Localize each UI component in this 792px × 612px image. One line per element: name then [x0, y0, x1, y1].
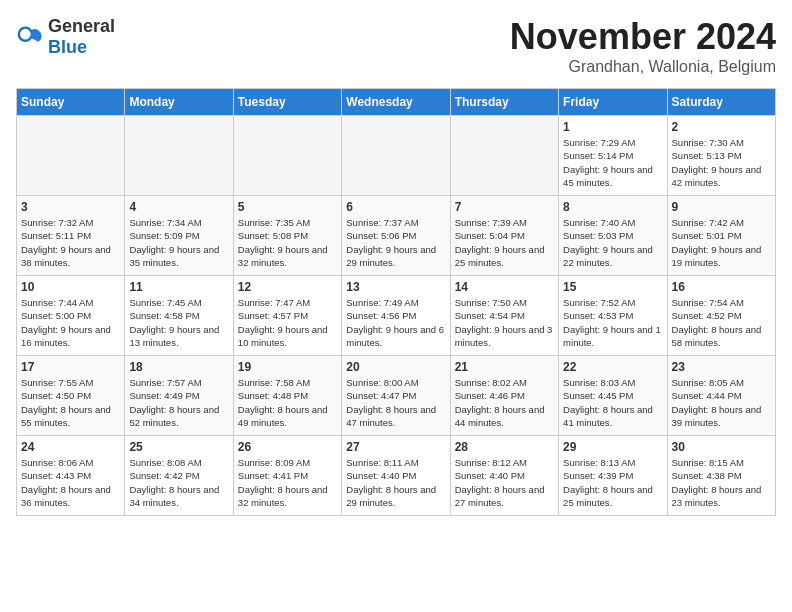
- calendar-header-wednesday: Wednesday: [342, 89, 450, 116]
- day-number: 8: [563, 200, 662, 214]
- day-info: Sunrise: 7:54 AM Sunset: 4:52 PM Dayligh…: [672, 296, 771, 349]
- day-number: 6: [346, 200, 445, 214]
- day-info: Sunrise: 7:35 AM Sunset: 5:08 PM Dayligh…: [238, 216, 337, 269]
- calendar-cell: 10Sunrise: 7:44 AM Sunset: 5:00 PM Dayli…: [17, 276, 125, 356]
- day-number: 11: [129, 280, 228, 294]
- logo-blue: Blue: [48, 37, 87, 57]
- calendar-cell: 24Sunrise: 8:06 AM Sunset: 4:43 PM Dayli…: [17, 436, 125, 516]
- day-info: Sunrise: 7:30 AM Sunset: 5:13 PM Dayligh…: [672, 136, 771, 189]
- day-info: Sunrise: 7:44 AM Sunset: 5:00 PM Dayligh…: [21, 296, 120, 349]
- calendar-cell: 6Sunrise: 7:37 AM Sunset: 5:06 PM Daylig…: [342, 196, 450, 276]
- day-info: Sunrise: 8:08 AM Sunset: 4:42 PM Dayligh…: [129, 456, 228, 509]
- day-info: Sunrise: 8:11 AM Sunset: 4:40 PM Dayligh…: [346, 456, 445, 509]
- calendar-week-4: 17Sunrise: 7:55 AM Sunset: 4:50 PM Dayli…: [17, 356, 776, 436]
- day-number: 23: [672, 360, 771, 374]
- calendar-cell: 18Sunrise: 7:57 AM Sunset: 4:49 PM Dayli…: [125, 356, 233, 436]
- day-info: Sunrise: 8:15 AM Sunset: 4:38 PM Dayligh…: [672, 456, 771, 509]
- calendar-cell: 2Sunrise: 7:30 AM Sunset: 5:13 PM Daylig…: [667, 116, 775, 196]
- calendar-header-tuesday: Tuesday: [233, 89, 341, 116]
- calendar-cell: 21Sunrise: 8:02 AM Sunset: 4:46 PM Dayli…: [450, 356, 558, 436]
- calendar-header-monday: Monday: [125, 89, 233, 116]
- day-info: Sunrise: 7:55 AM Sunset: 4:50 PM Dayligh…: [21, 376, 120, 429]
- day-info: Sunrise: 7:40 AM Sunset: 5:03 PM Dayligh…: [563, 216, 662, 269]
- calendar-cell: [17, 116, 125, 196]
- calendar-table: SundayMondayTuesdayWednesdayThursdayFrid…: [16, 88, 776, 516]
- calendar-week-3: 10Sunrise: 7:44 AM Sunset: 5:00 PM Dayli…: [17, 276, 776, 356]
- calendar-cell: [125, 116, 233, 196]
- calendar-cell: [450, 116, 558, 196]
- calendar-cell: 11Sunrise: 7:45 AM Sunset: 4:58 PM Dayli…: [125, 276, 233, 356]
- day-number: 7: [455, 200, 554, 214]
- logo-icon: [16, 23, 44, 51]
- day-number: 26: [238, 440, 337, 454]
- calendar-header-row: SundayMondayTuesdayWednesdayThursdayFrid…: [17, 89, 776, 116]
- day-info: Sunrise: 7:42 AM Sunset: 5:01 PM Dayligh…: [672, 216, 771, 269]
- day-number: 4: [129, 200, 228, 214]
- calendar-header-thursday: Thursday: [450, 89, 558, 116]
- calendar-cell: 3Sunrise: 7:32 AM Sunset: 5:11 PM Daylig…: [17, 196, 125, 276]
- day-info: Sunrise: 8:12 AM Sunset: 4:40 PM Dayligh…: [455, 456, 554, 509]
- calendar-cell: 14Sunrise: 7:50 AM Sunset: 4:54 PM Dayli…: [450, 276, 558, 356]
- day-info: Sunrise: 7:32 AM Sunset: 5:11 PM Dayligh…: [21, 216, 120, 269]
- svg-point-0: [19, 28, 32, 41]
- calendar-week-2: 3Sunrise: 7:32 AM Sunset: 5:11 PM Daylig…: [17, 196, 776, 276]
- header: General Blue November 2024 Grandhan, Wal…: [16, 16, 776, 76]
- day-info: Sunrise: 7:49 AM Sunset: 4:56 PM Dayligh…: [346, 296, 445, 349]
- day-info: Sunrise: 7:57 AM Sunset: 4:49 PM Dayligh…: [129, 376, 228, 429]
- calendar-header-friday: Friday: [559, 89, 667, 116]
- day-number: 3: [21, 200, 120, 214]
- calendar-body: 1Sunrise: 7:29 AM Sunset: 5:14 PM Daylig…: [17, 116, 776, 516]
- calendar-cell: 5Sunrise: 7:35 AM Sunset: 5:08 PM Daylig…: [233, 196, 341, 276]
- calendar-cell: 1Sunrise: 7:29 AM Sunset: 5:14 PM Daylig…: [559, 116, 667, 196]
- calendar-cell: [342, 116, 450, 196]
- calendar-header-saturday: Saturday: [667, 89, 775, 116]
- day-info: Sunrise: 8:06 AM Sunset: 4:43 PM Dayligh…: [21, 456, 120, 509]
- day-number: 18: [129, 360, 228, 374]
- day-number: 25: [129, 440, 228, 454]
- day-number: 12: [238, 280, 337, 294]
- day-number: 5: [238, 200, 337, 214]
- day-number: 30: [672, 440, 771, 454]
- day-info: Sunrise: 7:37 AM Sunset: 5:06 PM Dayligh…: [346, 216, 445, 269]
- day-info: Sunrise: 7:45 AM Sunset: 4:58 PM Dayligh…: [129, 296, 228, 349]
- day-number: 24: [21, 440, 120, 454]
- calendar-cell: 16Sunrise: 7:54 AM Sunset: 4:52 PM Dayli…: [667, 276, 775, 356]
- day-number: 16: [672, 280, 771, 294]
- calendar-cell: 7Sunrise: 7:39 AM Sunset: 5:04 PM Daylig…: [450, 196, 558, 276]
- day-info: Sunrise: 7:52 AM Sunset: 4:53 PM Dayligh…: [563, 296, 662, 349]
- day-info: Sunrise: 8:03 AM Sunset: 4:45 PM Dayligh…: [563, 376, 662, 429]
- day-number: 28: [455, 440, 554, 454]
- calendar-header-sunday: Sunday: [17, 89, 125, 116]
- location-title: Grandhan, Wallonia, Belgium: [510, 58, 776, 76]
- calendar-cell: 20Sunrise: 8:00 AM Sunset: 4:47 PM Dayli…: [342, 356, 450, 436]
- calendar-cell: 13Sunrise: 7:49 AM Sunset: 4:56 PM Dayli…: [342, 276, 450, 356]
- calendar-cell: 9Sunrise: 7:42 AM Sunset: 5:01 PM Daylig…: [667, 196, 775, 276]
- calendar-cell: 29Sunrise: 8:13 AM Sunset: 4:39 PM Dayli…: [559, 436, 667, 516]
- logo-text: General Blue: [48, 16, 115, 58]
- calendar-week-5: 24Sunrise: 8:06 AM Sunset: 4:43 PM Dayli…: [17, 436, 776, 516]
- day-info: Sunrise: 7:34 AM Sunset: 5:09 PM Dayligh…: [129, 216, 228, 269]
- logo: General Blue: [16, 16, 115, 58]
- calendar-cell: 17Sunrise: 7:55 AM Sunset: 4:50 PM Dayli…: [17, 356, 125, 436]
- calendar-cell: 28Sunrise: 8:12 AM Sunset: 4:40 PM Dayli…: [450, 436, 558, 516]
- calendar-cell: 19Sunrise: 7:58 AM Sunset: 4:48 PM Dayli…: [233, 356, 341, 436]
- day-number: 17: [21, 360, 120, 374]
- calendar-cell: 27Sunrise: 8:11 AM Sunset: 4:40 PM Dayli…: [342, 436, 450, 516]
- day-info: Sunrise: 7:50 AM Sunset: 4:54 PM Dayligh…: [455, 296, 554, 349]
- calendar-cell: 8Sunrise: 7:40 AM Sunset: 5:03 PM Daylig…: [559, 196, 667, 276]
- day-number: 9: [672, 200, 771, 214]
- calendar-cell: 22Sunrise: 8:03 AM Sunset: 4:45 PM Dayli…: [559, 356, 667, 436]
- day-number: 13: [346, 280, 445, 294]
- calendar-cell: 26Sunrise: 8:09 AM Sunset: 4:41 PM Dayli…: [233, 436, 341, 516]
- day-number: 20: [346, 360, 445, 374]
- month-title: November 2024: [510, 16, 776, 58]
- day-info: Sunrise: 8:09 AM Sunset: 4:41 PM Dayligh…: [238, 456, 337, 509]
- calendar-cell: 12Sunrise: 7:47 AM Sunset: 4:57 PM Dayli…: [233, 276, 341, 356]
- calendar-cell: 4Sunrise: 7:34 AM Sunset: 5:09 PM Daylig…: [125, 196, 233, 276]
- day-number: 21: [455, 360, 554, 374]
- calendar-cell: 15Sunrise: 7:52 AM Sunset: 4:53 PM Dayli…: [559, 276, 667, 356]
- day-number: 22: [563, 360, 662, 374]
- day-info: Sunrise: 8:02 AM Sunset: 4:46 PM Dayligh…: [455, 376, 554, 429]
- day-number: 15: [563, 280, 662, 294]
- day-info: Sunrise: 8:13 AM Sunset: 4:39 PM Dayligh…: [563, 456, 662, 509]
